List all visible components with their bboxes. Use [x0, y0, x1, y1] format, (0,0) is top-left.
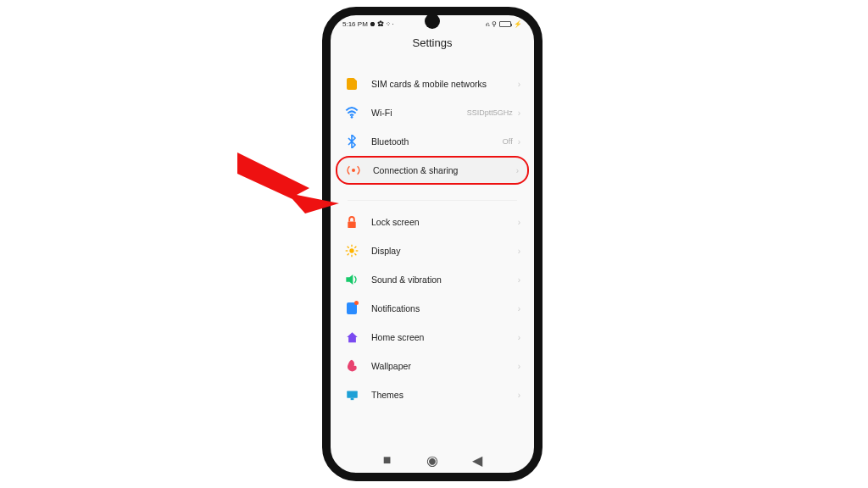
row-label: SIM cards & mobile networks — [371, 79, 518, 89]
battery-icon — [499, 21, 511, 27]
connection-sharing-icon — [346, 163, 361, 178]
row-label: Bluetooth — [371, 136, 503, 147]
chevron-right-icon: › — [518, 362, 520, 371]
row-label: Themes — [371, 390, 518, 400]
home-icon — [344, 330, 359, 345]
settings-row-notifications[interactable]: Notifications› — [336, 294, 529, 323]
chevron-right-icon: › — [518, 333, 520, 342]
page-title: Settings — [331, 28, 534, 69]
row-label: Display — [371, 246, 518, 256]
status-right: ⎌ ⚲ ⚡ — [486, 20, 522, 28]
svg-rect-14 — [350, 397, 353, 400]
group-separator — [336, 185, 529, 198]
svg-line-9 — [354, 253, 356, 255]
lock-icon — [344, 214, 359, 230]
chevron-right-icon: › — [518, 275, 520, 285]
chevron-right-icon: › — [518, 218, 520, 227]
settings-row-home-screen[interactable]: Home screen› — [336, 323, 529, 352]
svg-line-11 — [354, 247, 356, 248]
chevron-right-icon: › — [518, 80, 520, 89]
display-icon — [344, 243, 359, 258]
row-label: Wi-Fi — [371, 108, 467, 118]
chevron-right-icon: › — [518, 247, 520, 256]
chevron-right-icon: › — [518, 304, 520, 313]
bluetooth-icon — [344, 134, 359, 149]
row-value: Off — [503, 137, 513, 146]
nav-recent[interactable]: ■ — [380, 452, 395, 468]
nav-home[interactable]: ◉ — [425, 452, 440, 468]
notifications-icon — [344, 301, 359, 316]
nav-bar: ■ ◉ ◀ — [331, 452, 534, 468]
nav-back[interactable]: ◀ — [470, 452, 485, 468]
status-left: 5:16 PM ⏺ ✿ ◌ · — [342, 20, 394, 28]
settings-row-wallpaper[interactable]: Wallpaper› — [336, 352, 529, 380]
svg-line-8 — [348, 247, 349, 248]
wifi-icon — [344, 105, 359, 120]
row-label: Connection & sharing — [373, 165, 516, 175]
sound-icon — [344, 272, 359, 287]
chevron-right-icon: › — [518, 391, 520, 400]
row-label: Wallpaper — [371, 361, 518, 371]
row-label: Notifications — [371, 303, 518, 313]
settings-row-sound-vibration[interactable]: Sound & vibration› — [336, 265, 529, 294]
svg-rect-2 — [348, 221, 355, 228]
settings-row-connection-sharing[interactable]: Connection & sharing› — [336, 156, 529, 185]
chevron-right-icon: › — [516, 166, 519, 175]
row-label: Home screen — [371, 332, 518, 342]
chevron-right-icon: › — [518, 108, 520, 118]
settings-row-lock-screen[interactable]: Lock screen› — [336, 208, 529, 236]
svg-point-1 — [352, 169, 355, 172]
chevron-right-icon: › — [518, 137, 520, 147]
status-right-icons: ⎌ ⚲ — [486, 20, 497, 28]
svg-rect-13 — [347, 391, 358, 397]
svg-point-3 — [349, 248, 353, 252]
row-label: Lock screen — [371, 217, 518, 227]
svg-marker-12 — [346, 274, 353, 285]
row-value: SSIDptt5GHz — [467, 108, 513, 117]
wallpaper-icon — [344, 358, 359, 374]
row-label: Sound & vibration — [371, 274, 518, 285]
settings-row-bluetooth[interactable]: BluetoothOff› — [336, 127, 529, 156]
divider — [348, 200, 517, 201]
settings-list: SIM cards & mobile networks›Wi-FiSSIDptt… — [331, 69, 534, 409]
phone-notch — [425, 14, 440, 29]
settings-row-display[interactable]: Display› — [336, 236, 529, 265]
sim-icon — [344, 76, 359, 92]
svg-line-10 — [348, 253, 349, 255]
settings-row-themes[interactable]: Themes› — [336, 380, 529, 409]
svg-point-0 — [351, 116, 353, 119]
settings-row-sim-cards-mobile-networks[interactable]: SIM cards & mobile networks› — [336, 69, 529, 98]
settings-row-wi-fi[interactable]: Wi-FiSSIDptt5GHz› — [336, 98, 529, 127]
status-indicators: ⏺ ✿ ◌ · — [370, 20, 394, 28]
status-time: 5:16 PM — [342, 20, 368, 28]
themes-icon — [344, 387, 359, 402]
phone-frame: 5:16 PM ⏺ ✿ ◌ · ⎌ ⚲ ⚡ Settings SIM cards… — [322, 7, 542, 481]
charging-icon: ⚡ — [514, 20, 522, 28]
